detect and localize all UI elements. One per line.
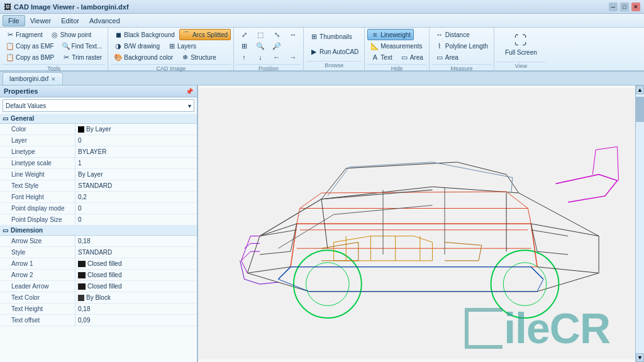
text-button[interactable]: A Text xyxy=(367,52,395,63)
ribbon-group-view: ⛶ Full Screen View xyxy=(494,28,548,70)
ribbon-group-cad-image: ◼ Black Background ⌒ Arcs Splitted ◑ B/W… xyxy=(108,28,234,70)
pos-btn-4[interactable]: ↔ xyxy=(286,29,301,40)
properties-dropdown[interactable]: Default Values ▾ xyxy=(3,99,194,112)
bg-color-icon: 🎨 xyxy=(114,53,123,62)
thumbnails-button[interactable]: ⊞ Thumbnails xyxy=(306,31,355,42)
prop-linetype: Linetype BYLAYER xyxy=(0,146,197,158)
title-bar-controls: ─ □ ✕ xyxy=(609,3,640,11)
copy-bmp-button[interactable]: 📋 Copy as BMP xyxy=(3,52,57,63)
ribbon-group-tools: ✂ Fragment ◎ Show point 📋 Copy as EMF 🔍 … xyxy=(0,28,108,70)
dimension-section-header[interactable]: ▭ Dimension xyxy=(0,226,197,236)
tab-bar: lamborgini.dxf ✕ xyxy=(0,72,644,85)
find-text-icon: 🔍 xyxy=(62,41,70,50)
prop-text-color: Text Color By Block xyxy=(0,292,197,304)
pos-btn-9[interactable]: ↓ xyxy=(253,52,268,63)
pos-icon-3: ⤡ xyxy=(272,30,281,39)
pos-btn-2[interactable]: ⬚ xyxy=(253,29,268,40)
leader-arrow-swatch xyxy=(78,283,86,290)
watermark-text: ileCR xyxy=(504,307,610,349)
fragment-button[interactable]: ✂ Fragment xyxy=(3,29,46,40)
scroll-thumb[interactable] xyxy=(636,97,644,122)
find-text-button[interactable]: 🔍 Find Text... xyxy=(58,40,106,52)
arrow1-swatch xyxy=(78,261,86,267)
area-button[interactable]: ▭ Area xyxy=(397,52,426,63)
cad-viewport[interactable]: ileCR xyxy=(198,85,635,362)
show-point-button[interactable]: ◎ Show point xyxy=(47,29,94,40)
watermark-container: ileCR xyxy=(465,307,610,349)
ribbon: ✂ Fragment ◎ Show point 📋 Copy as EMF 🔍 … xyxy=(0,28,644,72)
pos-icon-6: 🔍 xyxy=(256,41,265,50)
pos-icon-9: ↓ xyxy=(256,53,265,62)
scroll-up-button[interactable]: ▲ xyxy=(636,85,644,94)
tab-close-button[interactable]: ✕ xyxy=(51,76,56,82)
scroll-track[interactable] xyxy=(636,94,644,353)
pos-btn-8[interactable]: ↑ xyxy=(236,52,252,63)
prop-font-height: Font Height 0,2 xyxy=(0,192,197,203)
properties-title: Properties xyxy=(4,87,38,95)
pos-icon-4: ↔ xyxy=(289,30,297,39)
background-color-button[interactable]: 🎨 Background color xyxy=(111,52,176,63)
color-swatch xyxy=(78,126,84,133)
black-background-button[interactable]: ◼ Black Background xyxy=(111,29,178,40)
layers-button[interactable]: ⊞ Layers xyxy=(164,40,199,52)
pos-icon-11: → xyxy=(289,53,297,62)
position-group-label: Position xyxy=(236,64,301,72)
pos-btn-1[interactable]: ⤢ xyxy=(236,29,252,40)
watermark-bracket xyxy=(465,308,502,349)
pos-btn-10[interactable]: ← xyxy=(269,52,284,63)
menu-editor[interactable]: Editor xyxy=(56,16,84,26)
prop-point-display-mode: Point display mode 0 xyxy=(0,203,197,214)
tools-group-label: Tools xyxy=(3,64,105,72)
properties-header: Properties 📌 xyxy=(0,85,197,97)
structure-button[interactable]: ❄ Structure xyxy=(177,52,219,63)
pos-btn-6[interactable]: 🔍 xyxy=(253,40,268,52)
right-scrollbar: ▲ ▼ xyxy=(635,85,644,362)
measurements-button[interactable]: 📐 Measurements xyxy=(367,40,425,52)
distance-icon: ↔ xyxy=(435,30,444,39)
text-color-swatch xyxy=(78,295,84,301)
close-button[interactable]: ✕ xyxy=(631,3,640,11)
bw-drawing-button[interactable]: ◑ B/W drawing xyxy=(111,40,163,52)
general-section-header[interactable]: ▭ General xyxy=(0,114,197,124)
pos-btn-7[interactable]: 🔎 xyxy=(269,40,284,52)
structure-icon: ❄ xyxy=(180,53,189,62)
arcs-splitted-button[interactable]: ⌒ Arcs Splitted xyxy=(179,29,231,40)
menu-file[interactable]: File xyxy=(3,15,25,26)
measure-area-button[interactable]: ▭ Area xyxy=(432,52,462,63)
copy-emf-icon: 📋 xyxy=(6,41,14,50)
prop-layer: Layer 0 xyxy=(0,135,197,146)
lineweight-button[interactable]: ≡ Lineweight xyxy=(367,29,414,40)
maximize-button[interactable]: □ xyxy=(620,3,629,11)
pos-icon-10: ← xyxy=(272,53,281,62)
arrow2-swatch xyxy=(78,272,86,278)
pos-btn-11[interactable]: → xyxy=(286,52,301,63)
measurements-icon: 📐 xyxy=(370,41,379,50)
copy-emf-button[interactable]: 📋 Copy as EMF xyxy=(3,40,57,52)
fragment-icon: ✂ xyxy=(6,30,14,39)
full-screen-button[interactable]: ⛶ Full Screen xyxy=(497,29,545,60)
prop-arrow2: Arrow 2 Closed filled xyxy=(0,270,197,281)
prop-style: Style STANDARD xyxy=(0,247,197,258)
pos-icon-5: ⊞ xyxy=(240,41,248,50)
lineweight-icon: ≡ xyxy=(370,30,379,39)
polyline-length-button[interactable]: ⌇ Polyline Length xyxy=(432,40,491,52)
prop-leader-arrow: Leader Arrow Closed filled xyxy=(0,281,197,292)
pos-icon-1: ⤢ xyxy=(240,30,248,39)
menu-viewer[interactable]: Viewer xyxy=(25,16,56,26)
scroll-down-button[interactable]: ▼ xyxy=(636,353,644,362)
pos-icon-8: ↑ xyxy=(240,53,248,62)
pos-icon-2: ⬚ xyxy=(256,30,265,39)
run-autocad-button[interactable]: ▶ Run AutoCAD xyxy=(306,47,362,58)
pin-icon[interactable]: 📌 xyxy=(186,88,193,95)
pos-btn-5[interactable]: ⊞ xyxy=(236,40,252,52)
distance-button[interactable]: ↔ Distance xyxy=(432,29,473,40)
file-tab[interactable]: lamborgini.dxf ✕ xyxy=(3,72,63,85)
trim-raster-button[interactable]: ✂ Trim raster xyxy=(58,52,105,63)
menu-advanced[interactable]: Advanced xyxy=(84,16,125,26)
minimize-button[interactable]: ─ xyxy=(609,3,618,11)
hide-group-label: Hide xyxy=(367,64,426,72)
dropdown-chevron-icon: ▾ xyxy=(188,102,191,109)
black-bg-icon: ◼ xyxy=(114,30,123,39)
dropdown-value: Default Values xyxy=(6,102,46,109)
pos-btn-3[interactable]: ⤡ xyxy=(269,29,284,40)
